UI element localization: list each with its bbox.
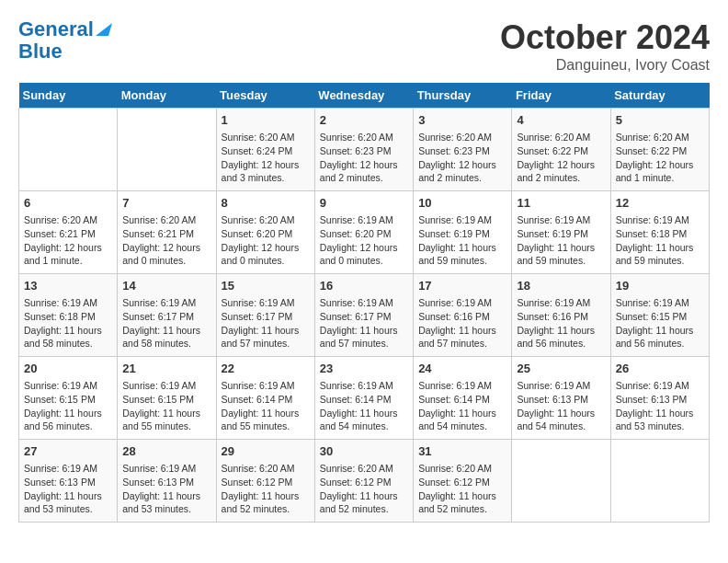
cell-sun-data: Sunrise: 6:19 AM Sunset: 6:19 PM Dayligh…	[418, 213, 506, 268]
day-number: 31	[418, 443, 506, 460]
day-header-saturday: Saturday	[610, 83, 709, 109]
day-number: 12	[616, 195, 704, 212]
cell-sun-data: Sunrise: 6:19 AM Sunset: 6:15 PM Dayligh…	[616, 296, 704, 350]
calendar-cell: 20Sunrise: 6:19 AM Sunset: 6:15 PM Dayli…	[19, 357, 118, 440]
day-header-wednesday: Wednesday	[314, 83, 413, 109]
calendar-cell: 28Sunrise: 6:19 AM Sunset: 6:13 PM Dayli…	[118, 440, 216, 523]
day-number: 2	[320, 112, 408, 129]
cell-sun-data: Sunrise: 6:20 AM Sunset: 6:23 PM Dayligh…	[418, 131, 506, 185]
day-number: 24	[418, 361, 506, 377]
cell-sun-data: Sunrise: 6:19 AM Sunset: 6:17 PM Dayligh…	[222, 296, 310, 350]
calendar-cell: 9Sunrise: 6:19 AM Sunset: 6:20 PM Daylig…	[314, 191, 413, 274]
cell-sun-data: Sunrise: 6:19 AM Sunset: 6:16 PM Dayligh…	[517, 296, 605, 350]
day-number: 29	[222, 443, 310, 460]
day-number: 8	[222, 195, 310, 212]
calendar-cell: 31Sunrise: 6:20 AM Sunset: 6:12 PM Dayli…	[414, 440, 512, 523]
cell-sun-data: Sunrise: 6:20 AM Sunset: 6:22 PM Dayligh…	[616, 131, 704, 185]
calendar-cell: 23Sunrise: 6:19 AM Sunset: 6:14 PM Dayli…	[314, 357, 413, 440]
cell-sun-data: Sunrise: 6:19 AM Sunset: 6:14 PM Dayligh…	[222, 379, 310, 433]
calendar-week-5: 27Sunrise: 6:19 AM Sunset: 6:13 PM Dayli…	[19, 440, 710, 523]
day-header-sunday: Sunday	[19, 83, 118, 109]
day-number: 5	[616, 112, 704, 129]
title-block: October 2024 Danguineu, Ivory Coast	[500, 18, 710, 74]
day-header-thursday: Thursday	[414, 83, 512, 109]
calendar-cell: 27Sunrise: 6:19 AM Sunset: 6:13 PM Dayli…	[19, 440, 118, 523]
cell-sun-data: Sunrise: 6:19 AM Sunset: 6:13 PM Dayligh…	[24, 462, 112, 516]
calendar-cell: 26Sunrise: 6:19 AM Sunset: 6:13 PM Dayli…	[610, 357, 709, 440]
calendar-cell: 17Sunrise: 6:19 AM Sunset: 6:16 PM Dayli…	[414, 274, 512, 357]
cell-sun-data: Sunrise: 6:19 AM Sunset: 6:17 PM Dayligh…	[320, 296, 408, 350]
logo-text-general: General	[18, 18, 94, 40]
logo-bird-icon	[96, 19, 112, 36]
day-number: 13	[24, 278, 112, 294]
calendar-cell: 3Sunrise: 6:20 AM Sunset: 6:23 PM Daylig…	[414, 109, 512, 191]
logo-text-blue: Blue	[18, 40, 63, 63]
calendar-cell: 15Sunrise: 6:19 AM Sunset: 6:17 PM Dayli…	[216, 274, 314, 357]
calendar-cell: 30Sunrise: 6:20 AM Sunset: 6:12 PM Dayli…	[314, 440, 413, 523]
day-number: 16	[320, 278, 408, 294]
location-subtitle: Danguineu, Ivory Coast	[500, 57, 710, 74]
day-number: 21	[122, 361, 210, 377]
cell-sun-data: Sunrise: 6:19 AM Sunset: 6:19 PM Dayligh…	[517, 213, 605, 268]
day-header-monday: Monday	[118, 83, 216, 109]
calendar-cell: 2Sunrise: 6:20 AM Sunset: 6:23 PM Daylig…	[314, 109, 413, 191]
cell-sun-data: Sunrise: 6:20 AM Sunset: 6:23 PM Dayligh…	[320, 131, 408, 185]
cell-sun-data: Sunrise: 6:19 AM Sunset: 6:14 PM Dayligh…	[418, 379, 506, 433]
day-number: 6	[24, 195, 112, 212]
cell-sun-data: Sunrise: 6:20 AM Sunset: 6:20 PM Dayligh…	[222, 213, 310, 268]
cell-sun-data: Sunrise: 6:20 AM Sunset: 6:21 PM Dayligh…	[24, 213, 112, 268]
day-number: 17	[418, 278, 506, 294]
svg-marker-0	[96, 23, 112, 36]
day-number: 22	[222, 361, 310, 377]
calendar-cell: 25Sunrise: 6:19 AM Sunset: 6:13 PM Dayli…	[512, 357, 610, 440]
calendar-cell: 22Sunrise: 6:19 AM Sunset: 6:14 PM Dayli…	[216, 357, 314, 440]
calendar-week-4: 20Sunrise: 6:19 AM Sunset: 6:15 PM Dayli…	[19, 357, 710, 440]
day-number: 1	[222, 112, 310, 129]
calendar-cell: 6Sunrise: 6:20 AM Sunset: 6:21 PM Daylig…	[19, 191, 118, 274]
calendar-cell: 29Sunrise: 6:20 AM Sunset: 6:12 PM Dayli…	[216, 440, 314, 523]
calendar-cell: 18Sunrise: 6:19 AM Sunset: 6:16 PM Dayli…	[512, 274, 610, 357]
calendar-cell: 8Sunrise: 6:20 AM Sunset: 6:20 PM Daylig…	[216, 191, 314, 274]
calendar-cell: 21Sunrise: 6:19 AM Sunset: 6:15 PM Dayli…	[118, 357, 216, 440]
cell-sun-data: Sunrise: 6:19 AM Sunset: 6:13 PM Dayligh…	[122, 462, 210, 516]
calendar-week-1: 1Sunrise: 6:20 AM Sunset: 6:24 PM Daylig…	[19, 109, 710, 191]
day-number: 27	[24, 443, 112, 460]
day-number: 19	[616, 278, 704, 294]
calendar-week-2: 6Sunrise: 6:20 AM Sunset: 6:21 PM Daylig…	[19, 191, 710, 274]
cell-sun-data: Sunrise: 6:20 AM Sunset: 6:12 PM Dayligh…	[418, 462, 506, 516]
day-number: 20	[24, 361, 112, 377]
calendar-table: SundayMondayTuesdayWednesdayThursdayFrid…	[18, 83, 710, 523]
calendar-cell	[118, 109, 216, 191]
calendar-cell: 19Sunrise: 6:19 AM Sunset: 6:15 PM Dayli…	[610, 274, 709, 357]
day-number: 9	[320, 195, 408, 212]
day-number: 28	[122, 443, 210, 460]
day-header-friday: Friday	[512, 83, 610, 109]
day-number: 11	[517, 195, 605, 212]
calendar-cell	[512, 440, 610, 523]
calendar-cell: 12Sunrise: 6:19 AM Sunset: 6:18 PM Dayli…	[610, 191, 709, 274]
cell-sun-data: Sunrise: 6:19 AM Sunset: 6:18 PM Dayligh…	[616, 213, 704, 268]
cell-sun-data: Sunrise: 6:20 AM Sunset: 6:12 PM Dayligh…	[320, 462, 408, 516]
cell-sun-data: Sunrise: 6:20 AM Sunset: 6:24 PM Dayligh…	[222, 131, 310, 185]
logo: General Blue	[18, 18, 112, 63]
cell-sun-data: Sunrise: 6:19 AM Sunset: 6:15 PM Dayligh…	[24, 379, 112, 433]
calendar-cell: 14Sunrise: 6:19 AM Sunset: 6:17 PM Dayli…	[118, 274, 216, 357]
day-number: 26	[616, 361, 704, 377]
calendar-cell	[19, 109, 118, 191]
cell-sun-data: Sunrise: 6:19 AM Sunset: 6:18 PM Dayligh…	[24, 296, 112, 350]
day-number: 30	[320, 443, 408, 460]
day-number: 15	[222, 278, 310, 294]
calendar-cell: 1Sunrise: 6:20 AM Sunset: 6:24 PM Daylig…	[216, 109, 314, 191]
day-number: 3	[418, 112, 506, 129]
cell-sun-data: Sunrise: 6:19 AM Sunset: 6:15 PM Dayligh…	[122, 379, 210, 433]
cell-sun-data: Sunrise: 6:19 AM Sunset: 6:13 PM Dayligh…	[616, 379, 704, 433]
day-number: 23	[320, 361, 408, 377]
page-header: General Blue October 2024 Danguineu, Ivo…	[18, 18, 710, 74]
calendar-cell: 5Sunrise: 6:20 AM Sunset: 6:22 PM Daylig…	[610, 109, 709, 191]
calendar-cell: 16Sunrise: 6:19 AM Sunset: 6:17 PM Dayli…	[314, 274, 413, 357]
cell-sun-data: Sunrise: 6:19 AM Sunset: 6:17 PM Dayligh…	[122, 296, 210, 350]
cell-sun-data: Sunrise: 6:19 AM Sunset: 6:20 PM Dayligh…	[320, 213, 408, 268]
calendar-cell: 13Sunrise: 6:19 AM Sunset: 6:18 PM Dayli…	[19, 274, 118, 357]
calendar-cell	[610, 440, 709, 523]
day-header-tuesday: Tuesday	[216, 83, 314, 109]
